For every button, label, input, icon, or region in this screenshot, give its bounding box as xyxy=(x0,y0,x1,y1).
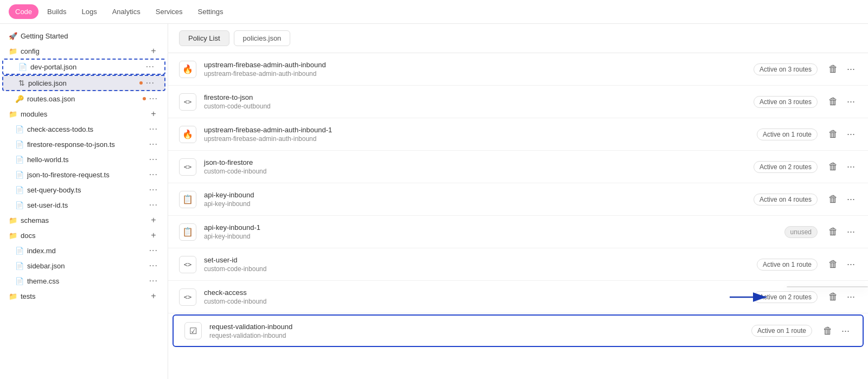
sidebar-item-label: docs xyxy=(21,232,148,240)
nav-tab-builds[interactable]: Builds xyxy=(41,4,73,19)
sidebar-item-hello-world[interactable]: 📄 hello-world.ts ··· xyxy=(0,152,168,167)
delete-policy-button[interactable]: 🗑 xyxy=(826,159,840,175)
sidebar-item-modules[interactable]: 📁 modules + xyxy=(0,106,168,121)
more-options-button[interactable]: ··· xyxy=(148,124,159,134)
more-policy-button[interactable]: ··· xyxy=(845,191,857,207)
more-policy-button[interactable]: ··· xyxy=(845,94,857,110)
add-config-button[interactable]: + xyxy=(148,46,159,56)
delete-policy-button[interactable]: 🗑 xyxy=(826,94,840,110)
more-policy-button[interactable]: ··· xyxy=(839,323,852,339)
delete-policy-button[interactable]: 🗑 xyxy=(826,289,840,305)
modified-dot xyxy=(143,97,146,100)
add-modules-button[interactable]: + xyxy=(148,108,159,119)
delete-policy-button[interactable]: 🗑 xyxy=(821,323,835,339)
delete-policy-button[interactable]: 🗑 xyxy=(826,191,840,207)
file-icon: 📄 xyxy=(15,247,24,255)
policy-row-request-validation[interactable]: ☑ request-validation-inbound request-val… xyxy=(173,314,864,347)
policy-name: api-key-inbound-1 xyxy=(204,223,784,232)
policy-icon-api-key: 📋 xyxy=(179,223,196,241)
more-options-button[interactable]: ··· xyxy=(148,261,159,271)
file-icon: 📄 xyxy=(18,63,27,71)
nav-tab-settings[interactable]: Settings xyxy=(192,4,230,19)
sidebar-item-label: json-to-firestore-request.ts xyxy=(27,171,148,179)
modified-dot xyxy=(139,81,143,85)
rocket-icon: 🚀 xyxy=(9,32,17,40)
add-tests-button[interactable]: + xyxy=(148,291,159,301)
sidebar-item-policies-json[interactable]: ⇅ policies.json ··· xyxy=(2,75,165,91)
more-options-button[interactable]: ··· xyxy=(148,170,159,179)
sidebar-item-json-to-firestore-request[interactable]: 📄 json-to-firestore-request.ts ··· xyxy=(0,167,168,182)
policy-icon-fire: 🔥 xyxy=(179,61,196,78)
policy-name: json-to-firestore xyxy=(204,158,754,166)
more-options-button[interactable]: ··· xyxy=(145,62,156,72)
policy-badge: Active on 3 routes xyxy=(754,63,818,75)
sidebar-item-theme-css[interactable]: 📄 theme.css ··· xyxy=(0,273,168,288)
delete-policy-button[interactable]: 🗑 xyxy=(826,256,840,272)
policy-row-api-key-inbound[interactable]: 📋 api-key-inbound api-key-inbound Active… xyxy=(168,183,868,216)
sidebar-item-dev-portal-json[interactable]: 📄 dev-portal.json ··· xyxy=(2,59,165,75)
folder-icon: 📁 xyxy=(9,47,17,55)
sidebar-item-tests[interactable]: 📁 tests + xyxy=(0,288,168,304)
sidebar-item-routes-oas-json[interactable]: 🔑 routes.oas.json ··· xyxy=(0,91,168,106)
nav-tab-code[interactable]: Code xyxy=(9,4,39,19)
more-policy-button[interactable]: ··· xyxy=(845,61,857,77)
more-policy-button[interactable]: ··· xyxy=(845,126,857,142)
tab-policies-json[interactable]: policies.json xyxy=(234,30,291,46)
more-policy-button[interactable]: ··· xyxy=(845,256,857,272)
file-icon: 📄 xyxy=(15,156,24,164)
policy-row-upstream-firebase-1[interactable]: 🔥 upstream-firebase-admin-auth-inbound u… xyxy=(168,53,868,86)
policy-actions: 🗑 ··· xyxy=(826,289,857,305)
context-menu-apply-policy[interactable]: ✓ Apply Policy xyxy=(787,287,867,287)
tab-policy-list[interactable]: Policy List xyxy=(179,30,229,46)
more-options-button[interactable]: ··· xyxy=(148,94,159,104)
sidebar-item-config[interactable]: 📁 config + xyxy=(0,43,168,59)
policy-row-firestore-to-json[interactable]: <> firestore-to-json custom-code-outboun… xyxy=(168,86,868,118)
content-area: Policy List policies.json 🔥 upstream-fir… xyxy=(168,24,868,379)
policy-row-json-to-firestore[interactable]: <> json-to-firestore custom-code-inbound… xyxy=(168,151,868,183)
policy-actions: 🗑 ··· xyxy=(826,159,857,175)
more-policy-button[interactable]: ··· xyxy=(845,159,857,175)
sidebar-item-schemas[interactable]: 📁 schemas + xyxy=(0,213,168,228)
add-schemas-button[interactable]: + xyxy=(148,215,159,226)
policy-row-check-access[interactable]: <> check-access custom-code-inbound Acti… xyxy=(168,281,868,313)
delete-policy-button[interactable]: 🗑 xyxy=(826,61,840,77)
delete-policy-button[interactable]: 🗑 xyxy=(826,224,840,240)
file-icon: 📄 xyxy=(15,277,24,285)
policy-type: api-key-inbound xyxy=(204,200,754,208)
more-options-button[interactable]: ··· xyxy=(148,155,159,164)
more-options-button[interactable]: ··· xyxy=(148,139,159,149)
sidebar-item-index-md[interactable]: 📄 index.md ··· xyxy=(0,243,168,258)
policy-actions: 🗑 ··· xyxy=(826,126,857,142)
policy-row-set-user-id[interactable]: <> set-user-id custom-code-inbound Activ… xyxy=(168,248,868,281)
more-options-button[interactable]: ··· xyxy=(148,185,159,195)
more-options-button[interactable]: ··· xyxy=(148,246,159,255)
policy-actions: 🗑 ··· xyxy=(826,256,857,272)
more-options-button[interactable]: ··· xyxy=(145,78,156,88)
policy-icon-code: <> xyxy=(179,288,196,306)
more-options-button[interactable]: ··· xyxy=(148,276,159,286)
sidebar-item-firestore-response[interactable]: 📄 firestore-response-to-json.ts ··· xyxy=(0,137,168,152)
file-icon: 📄 xyxy=(15,201,24,209)
policy-icon-check: ☑ xyxy=(184,322,202,339)
policy-info: api-key-inbound-1 api-key-inbound xyxy=(204,223,784,240)
nav-tab-logs[interactable]: Logs xyxy=(75,4,104,19)
sidebar-item-label: schemas xyxy=(21,216,148,224)
sidebar-item-check-access-todo[interactable]: 📄 check-access-todo.ts ··· xyxy=(0,121,168,137)
more-policy-button[interactable]: ··· xyxy=(845,224,857,240)
sidebar-item-sidebar-json[interactable]: 📄 sidebar.json ··· xyxy=(0,258,168,273)
sidebar-item-set-user-id[interactable]: 📄 set-user-id.ts ··· xyxy=(0,197,168,213)
delete-policy-button[interactable]: 🗑 xyxy=(826,126,840,142)
policy-icon-fire: 🔥 xyxy=(179,126,196,143)
sidebar-item-getting-started[interactable]: 🚀 Getting Started xyxy=(0,28,168,43)
more-options-button[interactable]: ··· xyxy=(148,200,159,210)
policy-row-api-key-inbound-1[interactable]: 📋 api-key-inbound-1 api-key-inbound unus… xyxy=(168,216,868,248)
add-docs-button[interactable]: + xyxy=(148,230,159,241)
more-policy-button[interactable]: ··· xyxy=(845,289,857,305)
nav-tab-analytics[interactable]: Analytics xyxy=(106,4,147,19)
policy-actions: 🗑 ··· xyxy=(826,191,857,207)
sidebar-item-label: firestore-response-to-json.ts xyxy=(27,140,148,149)
sidebar-item-set-query-body[interactable]: 📄 set-query-body.ts ··· xyxy=(0,182,168,197)
nav-tab-services[interactable]: Services xyxy=(149,4,189,19)
sidebar-item-docs[interactable]: 📁 docs + xyxy=(0,228,168,243)
policy-row-upstream-firebase-2[interactable]: 🔥 upstream-firebase-admin-auth-inbound-1… xyxy=(168,118,868,151)
